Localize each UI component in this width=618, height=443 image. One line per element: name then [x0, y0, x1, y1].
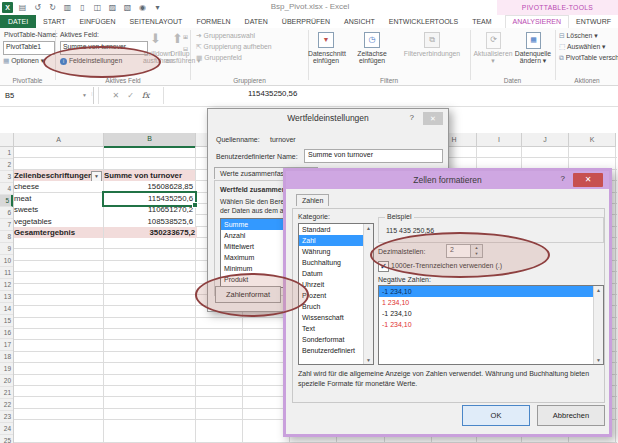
- options-button[interactable]: ▦ Optionen ▾: [3, 57, 44, 65]
- drilldown-icon[interactable]: ⬇: [150, 32, 161, 46]
- pivot-row-label[interactable]: meat: [14, 193, 103, 204]
- help-icon[interactable]: ?: [561, 174, 565, 183]
- new-document-icon[interactable]: ▯: [77, 2, 88, 13]
- cancel-entry-icon[interactable]: ✕: [113, 91, 120, 100]
- pivot-row-label[interactable]: cheese: [14, 181, 103, 192]
- insert-icon[interactable]: ▧: [122, 2, 133, 13]
- pivot-total-value[interactable]: 350233675,2: [104, 227, 197, 238]
- row-number[interactable]: 5: [0, 195, 13, 207]
- row-number[interactable]: 17: [0, 339, 13, 351]
- row-number[interactable]: 24: [0, 423, 13, 435]
- col-header-i[interactable]: I: [477, 133, 522, 147]
- pivot-row-label[interactable]: vegetables: [14, 216, 103, 227]
- tab-datei[interactable]: DATEI: [0, 15, 36, 28]
- pivottable-name-input[interactable]: PivotTable1: [3, 41, 55, 55]
- excel-logo[interactable]: X: [2, 2, 13, 13]
- row-number[interactable]: 25: [0, 435, 13, 443]
- fill-handle[interactable]: [192, 202, 198, 208]
- row-number[interactable]: 8: [0, 231, 13, 243]
- camera-icon[interactable]: ◉: [137, 2, 148, 13]
- tab-entwicklertools[interactable]: ENTWICKLERTOOLS: [382, 15, 465, 28]
- tab-formeln[interactable]: FORMELN: [189, 15, 237, 28]
- ok-button[interactable]: OK: [462, 405, 530, 426]
- insert-timeline-button[interactable]: Zeitachseeinfügen: [354, 50, 390, 64]
- name-box[interactable]: B5▼: [0, 87, 94, 104]
- row-number[interactable]: 1: [0, 147, 13, 159]
- row-number[interactable]: 12: [0, 279, 13, 291]
- select-all-corner[interactable]: [0, 133, 14, 147]
- row-number[interactable]: 15: [0, 315, 13, 327]
- row-number[interactable]: 9: [0, 243, 13, 255]
- ribbon-gruppenauswahl[interactable]: ➜ Gruppenauswahl: [196, 32, 272, 40]
- insert-function-icon[interactable]: fx: [142, 91, 149, 100]
- row-number[interactable]: 13: [0, 291, 13, 303]
- format-painter-icon[interactable]: ▨: [107, 2, 118, 13]
- number-format-button[interactable]: Zahlenformat: [215, 286, 281, 303]
- undo-icon[interactable]: ↺: [32, 2, 43, 13]
- pivot-header-values[interactable]: Summe von turnover: [104, 170, 195, 181]
- tab-analysieren[interactable]: ANALYSIEREN: [505, 15, 570, 28]
- tab-team[interactable]: TEAM: [465, 15, 498, 28]
- pivot-header-row-labels[interactable]: Zeilenbeschriftungen ▼: [14, 170, 103, 181]
- change-data-source-button[interactable]: Datenquelleändern ▾: [512, 50, 554, 65]
- tab-ueberpruefen[interactable]: ÜBERPRÜFEN: [275, 15, 337, 28]
- tab-start[interactable]: START: [36, 15, 72, 28]
- col-header-a[interactable]: A: [14, 133, 104, 147]
- ribbon-gruppierung-aufheben[interactable]: ⇱ Gruppierung aufheben: [196, 43, 272, 51]
- ribbon-auswaehlen[interactable]: ⬚ Auswählen ▾: [559, 43, 618, 51]
- close-icon[interactable]: ✕: [423, 112, 443, 125]
- filter-dropdown-icon[interactable]: ▼: [91, 171, 102, 181]
- row-number[interactable]: 23: [0, 411, 13, 423]
- tab-zahlen[interactable]: Zahlen: [296, 194, 329, 206]
- close-icon[interactable]: ✕: [573, 173, 603, 187]
- decimals-input[interactable]: 2: [446, 244, 472, 258]
- row-number[interactable]: 20: [0, 375, 13, 387]
- row-number[interactable]: 10: [0, 255, 13, 267]
- drillup-button[interactable]: Drillupausführen ▾: [165, 50, 195, 65]
- formula-value[interactable]: 115435250,56: [248, 89, 297, 98]
- help-icon[interactable]: ?: [410, 113, 414, 122]
- collapse-field-icon[interactable]: ⊟: [183, 45, 188, 52]
- row-number[interactable]: 14: [0, 303, 13, 315]
- pivot-total-label[interactable]: Gesamtergebnis: [14, 227, 103, 238]
- category-scrollbar[interactable]: ▲▼: [363, 224, 373, 364]
- col-header-b[interactable]: B: [104, 133, 196, 148]
- row-number[interactable]: 7: [0, 219, 13, 231]
- tab-ansicht[interactable]: ANSICHT: [337, 15, 382, 28]
- row-number[interactable]: 21: [0, 387, 13, 399]
- drillup-icon[interactable]: ⬆: [172, 32, 183, 46]
- ribbon-pivottable-verschieben[interactable]: ⧉ PivotTable versch ▾: [559, 54, 618, 62]
- thousands-separator-checkbox[interactable]: ✓: [378, 261, 389, 272]
- active-field-input[interactable]: Summe von turnover: [60, 41, 148, 55]
- expand-field-icon[interactable]: ⊞: [183, 33, 188, 40]
- row-number[interactable]: 22: [0, 399, 13, 411]
- row-number[interactable]: 16: [0, 327, 13, 339]
- row-number[interactable]: 3: [0, 171, 13, 183]
- cancel-button[interactable]: Abbrechen: [537, 405, 605, 426]
- insert-slicer-button[interactable]: Datenschnitteinfügen: [308, 50, 344, 64]
- row-number[interactable]: 18: [0, 351, 13, 363]
- col-header-k[interactable]: K: [569, 133, 616, 147]
- pivot-row-value[interactable]: 108538525,6: [104, 216, 195, 227]
- decimals-spinner[interactable]: ▲▼: [470, 244, 483, 258]
- qat-customize-icon[interactable]: ▾: [152, 2, 163, 13]
- ribbon-loeschen[interactable]: ⊟ Löschen ▾: [559, 32, 618, 40]
- confirm-entry-icon[interactable]: ✓: [127, 91, 134, 100]
- row-number[interactable]: 4: [0, 183, 13, 195]
- timeline-icon[interactable]: ◷: [364, 32, 380, 48]
- tab-einfuegen[interactable]: EINFÜGEN: [72, 15, 122, 28]
- slicer-icon[interactable]: ▼: [318, 32, 334, 48]
- row-number[interactable]: 2: [0, 159, 13, 171]
- save-icon[interactable]: ▤: [17, 2, 28, 13]
- negative-list-scrollbar[interactable]: ▲▼: [593, 286, 603, 364]
- col-header-j[interactable]: J: [522, 133, 569, 147]
- change-data-source-icon[interactable]: ▦: [526, 32, 541, 49]
- tab-daten[interactable]: DATEN: [238, 15, 275, 28]
- field-settings-button[interactable]: i Feldeinstellungen: [60, 57, 122, 65]
- row-number[interactable]: 11: [0, 267, 13, 279]
- row-number[interactable]: 19: [0, 363, 13, 375]
- custom-name-input[interactable]: Summe von turnover: [304, 149, 443, 163]
- print-icon[interactable]: ▥: [62, 2, 73, 13]
- row-number[interactable]: 6: [0, 207, 13, 219]
- tab-entwurf[interactable]: ENTWURF: [569, 15, 618, 28]
